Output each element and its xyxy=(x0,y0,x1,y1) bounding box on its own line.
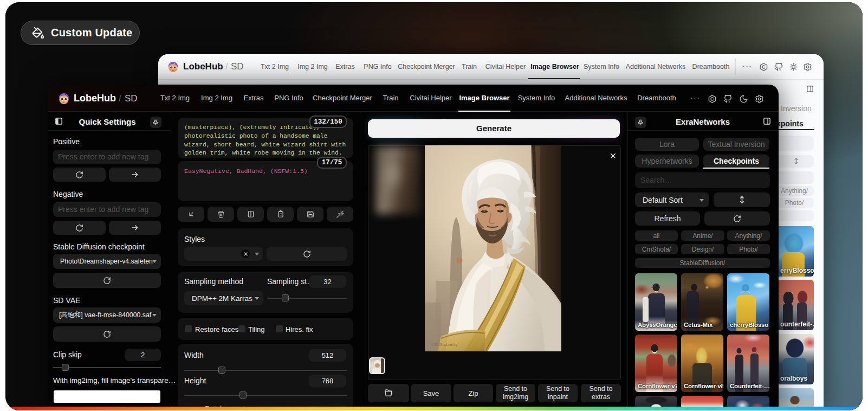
svg-text:©2023 wizardry: ©2023 wizardry xyxy=(431,343,458,347)
